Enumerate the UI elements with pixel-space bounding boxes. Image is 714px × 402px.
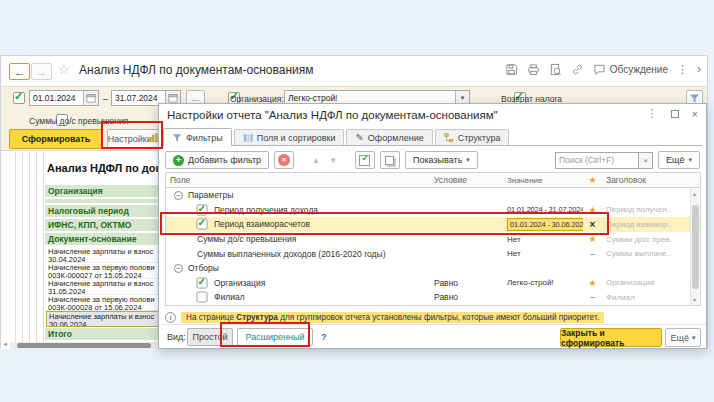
- header-cell[interactable]: Суммы выплаче...: [602, 249, 672, 258]
- search-input[interactable]: [555, 152, 639, 169]
- maximize-icon[interactable]: [671, 110, 679, 118]
- scroll-up-icon[interactable]: ▲: [692, 191, 697, 197]
- dialog-menu-icon[interactable]: ⋮: [647, 107, 658, 120]
- column-field[interactable]: Поле: [166, 175, 430, 185]
- condition-cell[interactable]: Равно: [430, 278, 503, 288]
- titlebar-actions: Обсуждение ⋮ ›: [505, 62, 701, 76]
- row-checkbox[interactable]: ✓: [196, 277, 207, 288]
- move-down-icon[interactable]: ▼: [327, 156, 339, 165]
- tab-structure[interactable]: Структура: [435, 129, 510, 145]
- vertical-scrollbar[interactable]: ▲ ▼: [690, 189, 699, 305]
- info-icon: i: [165, 312, 176, 323]
- date-separator: –: [103, 94, 108, 104]
- dialog-controls: ⋮ ×: [647, 107, 698, 120]
- filters-table: Поле Условие Значение ★ Заголовок –Парам…: [165, 172, 701, 306]
- filter-label: Филиал: [214, 292, 245, 302]
- period-checkbox[interactable]: ✓: [13, 92, 25, 104]
- collapse-panel-icon[interactable]: ›: [697, 62, 701, 76]
- value-cell[interactable]: Легко-строй!: [507, 278, 554, 287]
- more-menu-icon[interactable]: ⋮: [677, 63, 688, 76]
- footer-more-button[interactable]: Ещё ▾: [665, 328, 701, 347]
- show-menu-button[interactable]: Показывать ▾: [405, 151, 478, 169]
- report-title: Анализ НДФЛ по доку: [47, 162, 167, 174]
- info-text: На странице Структура для группировок от…: [181, 312, 604, 323]
- pencil-icon: ✎: [355, 132, 363, 143]
- check-icon: ✓: [14, 90, 23, 103]
- arrow-left-icon: ←: [14, 66, 25, 78]
- scrollbar-thumb[interactable]: [692, 205, 699, 289]
- value-cell[interactable]: Нет: [507, 235, 521, 244]
- header-cell[interactable]: Организация: [602, 278, 672, 287]
- condition-cell[interactable]: Равно: [430, 292, 503, 302]
- group-label: Отборы: [188, 263, 219, 273]
- header-cell[interactable]: Период взаимор...: [602, 220, 672, 229]
- close-and-generate-button[interactable]: Закрыть и сформировать: [560, 328, 662, 347]
- column-header[interactable]: Заголовок: [602, 175, 672, 185]
- nav-back-button[interactable]: ←: [9, 63, 30, 80]
- star-marker-icon[interactable]: ★: [588, 278, 596, 288]
- generate-button[interactable]: Сформировать: [9, 129, 103, 149]
- columns-icon: [243, 133, 253, 143]
- save-icon[interactable]: [505, 63, 518, 76]
- dash-marker-icon[interactable]: –: [590, 292, 595, 302]
- add-filter-button[interactable]: + Добавить фильтр: [165, 151, 269, 169]
- nav-forward-button[interactable]: →: [31, 63, 52, 80]
- group-row-parameters[interactable]: –Параметры: [166, 188, 700, 203]
- scroll-left-icon[interactable]: ◄: [2, 341, 8, 347]
- uncheck-all-button[interactable]: [380, 151, 400, 169]
- favorite-star-icon[interactable]: ☆: [58, 62, 70, 77]
- annotation-settings-button: [101, 121, 163, 149]
- group-row-selections[interactable]: –Отборы: [166, 261, 700, 276]
- filter-row-branch[interactable]: ✓Филиал Равно – Филиал: [166, 290, 700, 305]
- tab-filters[interactable]: Фильтры: [163, 128, 232, 146]
- column-value[interactable]: Значение: [503, 176, 583, 185]
- date-from-field[interactable]: [29, 90, 99, 106]
- header-cell[interactable]: Суммы до/с прев...: [602, 235, 672, 244]
- link-icon[interactable]: [571, 63, 584, 76]
- collapse-toggle-icon[interactable]: –: [174, 264, 183, 273]
- plus-icon: +: [173, 155, 184, 166]
- annotation-settlement-period-row: [160, 212, 609, 235]
- header-cell[interactable]: Период получен...: [602, 205, 672, 214]
- print-icon[interactable]: [527, 63, 540, 76]
- group-level-line: [43, 152, 44, 342]
- filter-row-organization[interactable]: ✓Организация Равно Легко-строй! ★ Органи…: [166, 276, 700, 291]
- dash-marker-icon[interactable]: –: [590, 249, 595, 259]
- group-label: Параметры: [188, 190, 233, 200]
- dialog-tabs: Фильтры Поля и сортировки ✎ Оформление С…: [163, 128, 702, 146]
- calendar-icon[interactable]: [83, 91, 98, 105]
- chat-bubble-icon: [593, 63, 606, 76]
- arrow-right-icon: →: [36, 66, 47, 78]
- header-cell[interactable]: Филиал: [602, 293, 672, 302]
- delete-icon: ×: [278, 154, 290, 166]
- funnel-icon: [172, 133, 182, 143]
- row-checkbox[interactable]: ✓: [196, 292, 207, 303]
- scroll-down-icon[interactable]: ▼: [692, 297, 697, 303]
- tab-appearance[interactable]: ✎ Оформление: [346, 129, 432, 145]
- check-all-button[interactable]: ✓: [355, 151, 375, 169]
- date-from-input[interactable]: [30, 91, 83, 105]
- toolbar-more-button[interactable]: Ещё ▾: [658, 151, 700, 169]
- scrollbar-thumb[interactable]: [17, 343, 151, 348]
- discussion-button[interactable]: Обсуждение: [593, 63, 668, 76]
- dialog-toolbar: + Добавить фильтр × ▲ ▼ ✓ Показывать ▾ ×…: [165, 150, 700, 170]
- horizontal-scrollbar[interactable]: ◄: [9, 342, 159, 349]
- star-marker-icon[interactable]: ★: [588, 234, 596, 244]
- help-link[interactable]: ?: [321, 332, 327, 342]
- delete-filter-button[interactable]: ×: [274, 151, 294, 169]
- filter-row-paid-income[interactable]: Суммы выплаченных доходов (2016-2020 год…: [166, 246, 700, 261]
- close-icon[interactable]: ×: [692, 108, 698, 120]
- column-star-icon[interactable]: ★: [583, 175, 602, 185]
- collapse-toggle-icon[interactable]: –: [174, 191, 183, 200]
- column-condition[interactable]: Условие: [430, 175, 503, 185]
- window-titlebar: ← → ☆ Анализ НДФЛ по документам-основани…: [1, 56, 707, 86]
- preview-icon[interactable]: [549, 63, 562, 76]
- dialog-title: Настройки отчета "Анализ НДФЛ по докумен…: [167, 109, 498, 121]
- group-level-line: [22, 152, 23, 342]
- tab-fields-sorting[interactable]: Поля и сортировки: [234, 129, 345, 145]
- annotation-advanced-button: [220, 322, 310, 347]
- value-cell[interactable]: Нет: [507, 249, 521, 258]
- move-up-icon[interactable]: ▲: [310, 156, 322, 165]
- clear-search-button[interactable]: ×: [639, 152, 653, 169]
- group-level-line: [15, 152, 16, 342]
